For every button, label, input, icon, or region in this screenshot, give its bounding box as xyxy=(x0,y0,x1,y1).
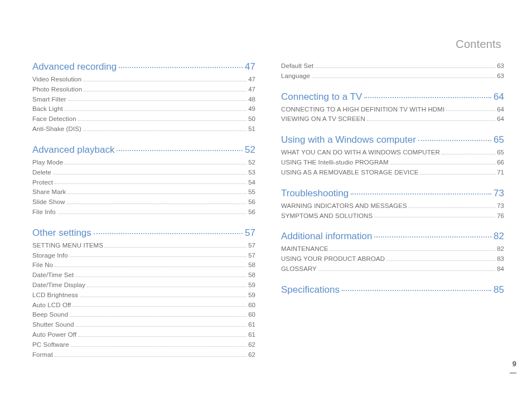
toc-entry[interactable]: Play Mode52 xyxy=(32,158,255,168)
toc-section-heading[interactable]: Using with a Windows computer65 xyxy=(281,134,504,146)
leader-dots xyxy=(418,140,491,141)
toc-entry[interactable]: Slide Show56 xyxy=(32,197,255,207)
toc-entry[interactable]: USING AS A REMOVABLE STORAGE DEVICE71 xyxy=(281,168,504,178)
toc-section-heading[interactable]: Other settings57 xyxy=(32,227,255,239)
toc-entry[interactable]: WHAT YOU CAN DO WITH A WINDOWS COMPUTER6… xyxy=(281,148,504,158)
leader-dots xyxy=(80,297,246,297)
toc-column: Default Set63Language63Connecting to a T… xyxy=(281,61,504,370)
toc-section-heading[interactable]: Advanced playback52 xyxy=(32,144,255,156)
toc-entry[interactable]: USING THE Intelli-studio PROGRAM66 xyxy=(281,158,504,168)
leader-dots xyxy=(78,336,246,337)
toc-section: Advanced playback52Play Mode52Delete53Pr… xyxy=(32,144,255,217)
toc-entry[interactable]: MAINTENANCE82 xyxy=(281,244,504,254)
leader-dots xyxy=(312,77,495,78)
leader-dots xyxy=(72,306,246,307)
toc-entry[interactable]: USING YOUR PRODUCT ABROAD83 xyxy=(281,254,504,264)
toc-entry-title: Video Resolution xyxy=(32,75,81,85)
leader-dots xyxy=(75,277,246,277)
toc-entry-title: USING THE Intelli-studio PROGRAM xyxy=(281,158,389,168)
toc-section-heading[interactable]: Additional information82 xyxy=(281,231,504,242)
toc-section-page: 64 xyxy=(494,91,504,103)
toc-section-title: Using with a Windows computer xyxy=(281,134,416,146)
toc-entry[interactable]: Beep Sound60 xyxy=(32,310,255,320)
toc-entry-page: 47 xyxy=(248,75,255,85)
leader-dots xyxy=(71,346,247,347)
toc-entry[interactable]: Delete53 xyxy=(32,168,255,178)
toc-entry[interactable]: Smart Filter48 xyxy=(32,95,255,105)
toc-section-heading[interactable]: Advanced recording47 xyxy=(32,61,255,72)
toc-entry[interactable]: Shutter Sound61 xyxy=(32,320,255,330)
toc-entry[interactable]: Date/Time Display59 xyxy=(32,280,255,290)
leader-dots xyxy=(390,164,495,164)
toc-entry[interactable]: Date/Time Set58 xyxy=(32,270,255,280)
leader-dots xyxy=(67,193,246,194)
toc-entry-page: 58 xyxy=(248,270,255,280)
toc-entry[interactable]: Anti-Shake (DIS)51 xyxy=(32,124,255,134)
leader-dots xyxy=(442,154,495,154)
toc-entry[interactable]: Auto Power Off61 xyxy=(32,330,255,340)
toc-section: Advanced recording47Video Resolution47Ph… xyxy=(32,61,255,134)
toc-entry-page: 59 xyxy=(248,280,255,290)
toc-entry[interactable]: Share Mark55 xyxy=(32,187,255,197)
toc-entry-title: Back Light xyxy=(32,104,63,114)
toc-entry-title: Anti-Shake (DIS) xyxy=(32,124,81,134)
toc-entry[interactable]: File Info56 xyxy=(32,207,255,217)
toc-section: Additional information82MAINTENANCE82USI… xyxy=(281,231,504,274)
toc-entry-page: 54 xyxy=(248,178,255,188)
toc-section-heading[interactable]: Troubleshooting73 xyxy=(281,188,504,199)
leader-dots xyxy=(374,236,491,238)
toc-entry[interactable]: LCD Brightness59 xyxy=(32,290,255,301)
toc-entry-page: 60 xyxy=(248,310,255,320)
toc-entry[interactable]: Storage Info57 xyxy=(32,251,255,261)
toc-entry-page: 47 xyxy=(248,85,255,95)
toc-entry-page: 82 xyxy=(497,244,504,254)
leader-dots xyxy=(318,270,495,271)
toc-entry-page: 65 xyxy=(497,148,504,158)
toc-entry[interactable]: Photo Resolution47 xyxy=(32,85,255,95)
toc-section: Connecting to a TV64CONNECTING TO A HIGH… xyxy=(281,91,504,125)
leader-dots xyxy=(342,290,491,291)
toc-entry-title: CONNECTING TO A HIGH DEFINITION TV WITH … xyxy=(281,105,444,115)
toc-entry-title: Shutter Sound xyxy=(32,320,74,330)
toc-entry[interactable]: WARNING INDICATORS AND MESSAGES73 xyxy=(281,201,504,211)
toc-entry-page: 58 xyxy=(248,260,255,270)
toc-entry-title: PC Software xyxy=(32,340,69,350)
toc-section: Specifications85 xyxy=(281,284,504,295)
toc-entry[interactable]: GLOSSARY84 xyxy=(281,264,504,274)
toc-entry-page: 52 xyxy=(248,158,255,168)
leader-dots xyxy=(87,287,246,287)
toc-entry[interactable]: PC Software62 xyxy=(32,340,255,350)
leader-dots xyxy=(119,67,243,68)
toc-entry-title: Beep Sound xyxy=(32,310,68,320)
toc-entry[interactable]: Face Detection50 xyxy=(32,114,255,124)
toc-entry[interactable]: Protect54 xyxy=(32,178,255,188)
toc-entry[interactable]: Language63 xyxy=(281,71,504,81)
leader-dots xyxy=(67,204,247,204)
toc-entry-page: 62 xyxy=(248,340,255,350)
toc-entry-page: 73 xyxy=(497,201,504,211)
toc-entry[interactable]: Auto LCD Off60 xyxy=(32,301,255,311)
toc-entry-page: 61 xyxy=(248,330,255,340)
toc-section: Default Set63Language63 xyxy=(281,61,504,81)
toc-section-page: 85 xyxy=(494,284,504,295)
toc-entry[interactable]: Video Resolution47 xyxy=(32,75,255,85)
toc-entry-title: Photo Resolution xyxy=(32,85,82,95)
toc-entry-page: 60 xyxy=(248,301,255,311)
leader-dots xyxy=(446,110,495,111)
toc-entry-title: GLOSSARY xyxy=(281,264,317,274)
leader-dots xyxy=(409,207,495,208)
toc-entry[interactable]: SYMPTOMS AND SOLUTIONS76 xyxy=(281,211,504,221)
toc-entry[interactable]: CONNECTING TO A HIGH DEFINITION TV WITH … xyxy=(281,105,504,115)
toc-entry[interactable]: VIEWING ON A TV SCREEN64 xyxy=(281,114,504,124)
toc-entry[interactable]: Default Set63 xyxy=(281,61,504,71)
toc-entry[interactable]: SETTING MENU ITEMS57 xyxy=(32,241,255,251)
leader-dots xyxy=(83,130,246,131)
toc-section: Using with a Windows computer65WHAT YOU … xyxy=(281,134,504,177)
toc-section-heading[interactable]: Connecting to a TV64 xyxy=(281,91,504,103)
toc-entry-title: Slide Show xyxy=(32,197,65,207)
toc-entry[interactable]: File No58 xyxy=(32,260,255,270)
toc-entry[interactable]: Format62 xyxy=(32,350,255,360)
toc-entry[interactable]: Back Light49 xyxy=(32,104,255,114)
toc-entry-page: 63 xyxy=(497,61,504,71)
toc-section-heading[interactable]: Specifications85 xyxy=(281,284,504,295)
